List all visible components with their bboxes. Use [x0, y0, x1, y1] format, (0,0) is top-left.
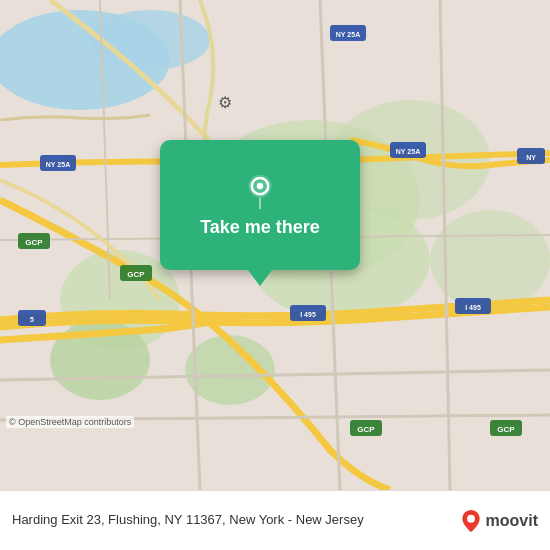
svg-text:⚙: ⚙	[218, 94, 232, 111]
svg-text:NY 25A: NY 25A	[336, 31, 360, 38]
moovit-logo-text: moovit	[486, 512, 538, 530]
svg-point-9	[90, 10, 210, 70]
svg-point-44	[257, 182, 264, 189]
svg-text:NY 25A: NY 25A	[396, 148, 420, 155]
take-me-there-label: Take me there	[200, 217, 320, 238]
moovit-logo: moovit	[460, 510, 538, 532]
address-text: Harding Exit 23, Flushing, NY 11367, New…	[12, 512, 450, 529]
svg-text:I 495: I 495	[300, 311, 316, 318]
svg-text:NY 25A: NY 25A	[46, 161, 70, 168]
svg-text:GCP: GCP	[497, 425, 515, 434]
svg-text:5: 5	[30, 316, 34, 323]
bottom-bar: Harding Exit 23, Flushing, NY 11367, New…	[0, 490, 550, 550]
svg-text:GCP: GCP	[127, 270, 145, 279]
moovit-pin-icon	[460, 510, 482, 532]
svg-text:GCP: GCP	[25, 238, 43, 247]
map-container: GCP GCP GCP GCP NY 25A NY 25A NY 25A NY …	[0, 0, 550, 490]
svg-point-7	[430, 210, 550, 310]
location-pin-icon	[242, 173, 278, 209]
osm-attribution: © OpenStreetMap contributors	[6, 416, 134, 428]
svg-point-45	[467, 514, 475, 522]
svg-text:GCP: GCP	[357, 425, 375, 434]
svg-text:NY: NY	[526, 154, 536, 161]
svg-text:I 495: I 495	[465, 304, 481, 311]
take-me-there-button[interactable]: Take me there	[160, 140, 360, 270]
